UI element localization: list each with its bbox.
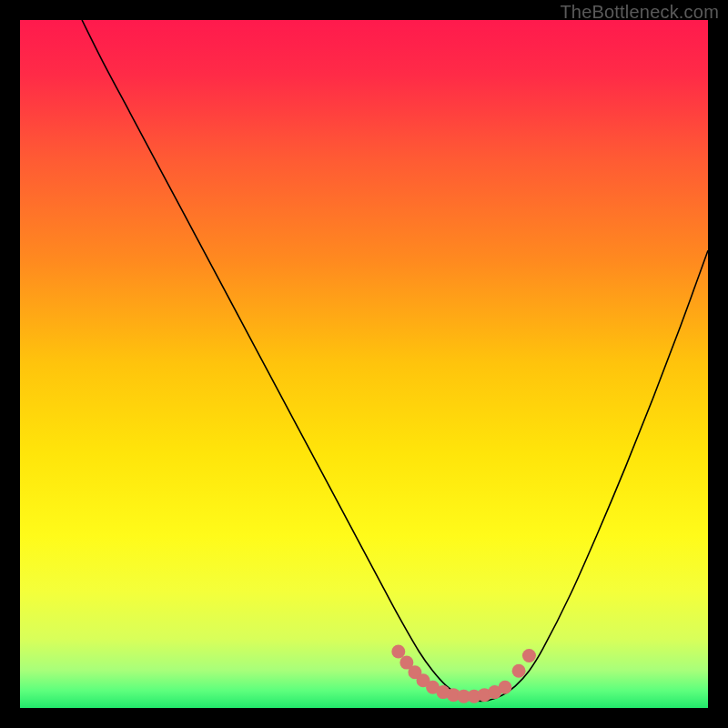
bottleneck-curve [82, 20, 708, 701]
marker-dot [512, 664, 526, 678]
marker-dot [391, 645, 405, 659]
bottom-markers [391, 645, 536, 703]
curve-layer [20, 20, 708, 708]
plot-area [20, 20, 708, 708]
marker-dot [522, 649, 536, 662]
watermark-text: TheBottleneck.com [560, 2, 719, 23]
chart-frame: TheBottleneck.com [0, 0, 728, 728]
marker-dot [498, 681, 511, 694]
